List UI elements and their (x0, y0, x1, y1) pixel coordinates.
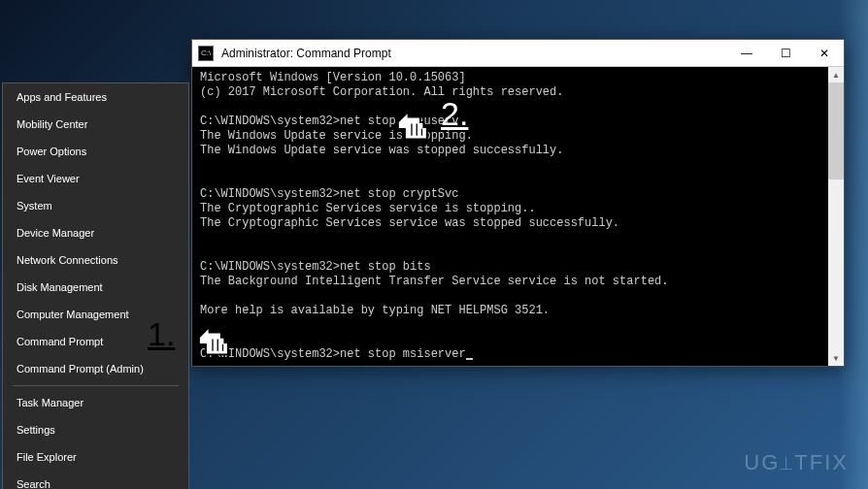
menu-item-label: Apps and Features (17, 91, 107, 103)
menu-file-explorer[interactable]: File Explorer (3, 443, 188, 471)
menu-command-prompt-admin[interactable]: Command Prompt (Admin) (3, 355, 188, 382)
menu-item-label: Network Connections (17, 254, 118, 266)
minimize-icon: — (741, 47, 752, 60)
command-prompt-window: C:\ Administrator: Command Prompt — ☐ ✕ … (191, 39, 845, 367)
menu-mobility-center[interactable]: Mobility Center (3, 111, 188, 138)
menu-item-label: System (17, 200, 52, 212)
winx-context-menu: Apps and Features Mobility Center Power … (2, 82, 189, 489)
menu-item-label: Computer Management (17, 309, 129, 320)
menu-item-label: Event Viewer (17, 173, 80, 184)
menu-search[interactable]: Search (3, 471, 188, 489)
menu-item-label: Task Manager (17, 397, 83, 408)
minimize-button[interactable]: — (727, 40, 766, 66)
menu-item-label: Power Options (17, 146, 86, 157)
annotation-cursor-2 (391, 107, 432, 147)
terminal-text: Microsoft Windows [Version 10.0.15063] (… (200, 71, 668, 361)
window-controls: — ☐ ✕ (727, 40, 844, 66)
scroll-up-icon[interactable]: ▲ (828, 67, 844, 82)
window-title: Administrator: Command Prompt (219, 47, 727, 60)
menu-item-label: Device Manager (17, 227, 94, 239)
menu-disk-management[interactable]: Disk Management (3, 274, 188, 301)
scroll-down-icon[interactable]: ▼ (828, 350, 844, 366)
menu-item-label: Mobility Center (17, 118, 87, 130)
menu-item-label: Search (17, 478, 50, 489)
menu-system[interactable]: System (3, 192, 188, 219)
maximize-button[interactable]: ☐ (766, 40, 805, 66)
annotation-label-1: 1. (148, 315, 175, 353)
menu-power-options[interactable]: Power Options (3, 138, 188, 165)
close-icon: ✕ (819, 47, 829, 60)
menu-item-label: Disk Management (17, 281, 103, 293)
menu-device-manager[interactable]: Device Manager (3, 219, 188, 246)
menu-task-manager[interactable]: Task Manager (3, 389, 188, 416)
terminal-output[interactable]: Microsoft Windows [Version 10.0.15063] (… (192, 67, 844, 366)
menu-item-label: File Explorer (17, 451, 77, 463)
menu-item-label: Settings (17, 424, 55, 436)
scroll-thumb[interactable] (828, 82, 844, 179)
menu-item-label: Command Prompt (Admin) (17, 363, 144, 375)
icon-text: C:\ (201, 49, 211, 57)
menu-event-viewer[interactable]: Event Viewer (3, 165, 188, 192)
menu-apps-features[interactable]: Apps and Features (3, 83, 188, 111)
menu-item-label: Command Prompt (17, 336, 103, 347)
watermark: UG⟂TFIX (744, 450, 849, 475)
terminal-cursor (466, 358, 473, 360)
window-titlebar[interactable]: C:\ Administrator: Command Prompt — ☐ ✕ (192, 40, 844, 67)
maximize-icon: ☐ (781, 47, 791, 60)
annotation-cursor-1 (192, 322, 233, 363)
close-button[interactable]: ✕ (805, 40, 844, 66)
menu-divider (13, 385, 179, 386)
scrollbar[interactable]: ▲ ▼ (828, 67, 844, 366)
annotation-label-2: 2. (441, 95, 468, 133)
cmd-icon: C:\ (198, 46, 214, 61)
menu-network-connections[interactable]: Network Connections (3, 246, 188, 274)
menu-settings[interactable]: Settings (3, 416, 188, 443)
